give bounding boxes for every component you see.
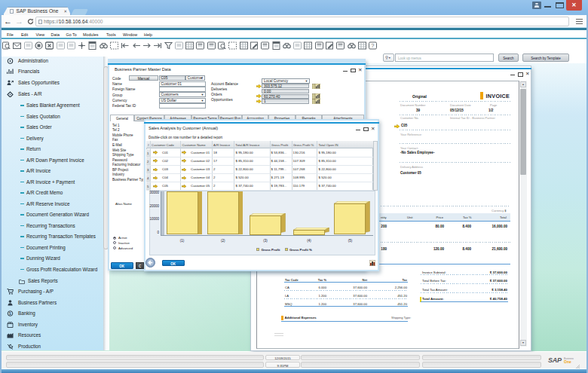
svg-text:?: ? [371, 42, 374, 49]
svg-text:$: $ [9, 311, 11, 316]
